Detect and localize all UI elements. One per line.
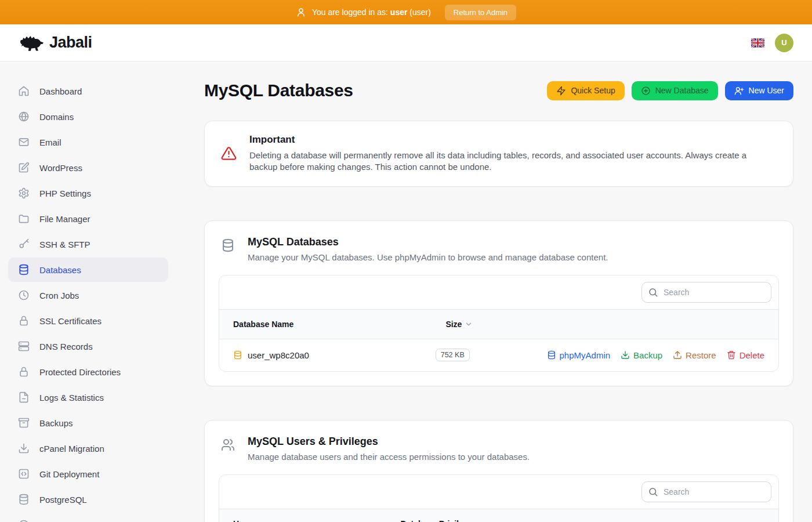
- brand-logo[interactable]: Jabali: [19, 34, 92, 52]
- users-section-subtitle: Manage database users and their access p…: [248, 452, 530, 462]
- sidebar-item-protected-directories[interactable]: Protected Directories: [8, 360, 168, 384]
- sidebar-item-php-settings[interactable]: PHP Settings: [8, 181, 168, 205]
- mail-icon: [18, 136, 30, 148]
- main-content: MySQL Databases Quick Setup New Database…: [176, 61, 812, 522]
- avatar[interactable]: U: [775, 34, 793, 52]
- table-row: user_wp8c20a0752 KBphpMyAdminBackupResto…: [219, 339, 778, 371]
- databases-table-body: user_wp8c20a0752 KBphpMyAdminBackupResto…: [219, 339, 778, 371]
- sidebar-item-wordpress[interactable]: WordPress: [8, 155, 168, 180]
- database-size-cell: 752 KB: [436, 349, 547, 361]
- trash-icon: [727, 350, 736, 360]
- sidebar-item-label: cPanel Migration: [39, 444, 104, 454]
- sidebar-item-file-manager[interactable]: File Manager: [8, 206, 168, 231]
- search-icon: [648, 287, 658, 298]
- users-section-title: MySQL Users & Privileges: [248, 436, 530, 448]
- sidebar-item-git-deployment[interactable]: Git Deployment: [8, 462, 168, 486]
- database-icon: [221, 238, 235, 252]
- databases-section-title: MySQL Databases: [248, 236, 608, 248]
- sidebar-item-dns-records[interactable]: DNS Records: [8, 334, 168, 358]
- sidebar-item-domains[interactable]: Domains: [8, 104, 168, 129]
- size-badge: 752 KB: [436, 349, 470, 361]
- lock-icon: [18, 366, 30, 378]
- user-icon: [296, 7, 306, 17]
- sidebar-item-label: Git Deployment: [39, 469, 99, 479]
- code-icon: [18, 468, 30, 480]
- phpmyadmin-action[interactable]: phpMyAdmin: [547, 350, 611, 360]
- sidebar-item-cpanel-migration[interactable]: cPanel Migration: [8, 436, 168, 461]
- sidebar-item-email[interactable]: Email: [8, 130, 168, 154]
- clock-icon: [18, 289, 30, 301]
- sidebar-item-dashboard[interactable]: Dashboard: [8, 79, 168, 103]
- warning-card: Important Deleting a database will perma…: [204, 121, 793, 187]
- sidebar-item-label: File Manager: [39, 214, 90, 224]
- sidebar-item-label: PostgreSQL: [39, 495, 87, 505]
- home-icon: [18, 85, 30, 97]
- sidebar-item-label: Dashboard: [39, 86, 82, 96]
- logged-in-username: user: [390, 8, 408, 17]
- folder-icon: [18, 213, 30, 224]
- search-icon: [648, 487, 658, 497]
- lock-icon: [18, 315, 30, 327]
- database-icon: [233, 350, 242, 360]
- sidebar-item-ssl-certificates[interactable]: SSL Certificates: [8, 309, 168, 333]
- sidebar-item-label: Domains: [39, 112, 74, 122]
- databases-section-subtitle: Manage your MySQL databases. Use phpMyAd…: [248, 252, 608, 262]
- database-icon: [18, 494, 30, 505]
- delete-action[interactable]: Delete: [727, 350, 764, 360]
- sidebar-item-label: Protected Directories: [39, 367, 121, 377]
- sidebar-item-label: Databases: [39, 265, 81, 275]
- boar-logo-icon: [19, 34, 44, 52]
- sidebar-item-label: SSL Certificates: [39, 316, 102, 326]
- column-database-privileges: Database Privileges: [401, 519, 477, 522]
- databases-search-input[interactable]: [641, 282, 771, 303]
- users-search-input[interactable]: [641, 481, 771, 502]
- restore-action[interactable]: Restore: [673, 350, 716, 360]
- column-size-sort[interactable]: Size: [445, 320, 473, 329]
- return-to-admin-button[interactable]: Return to Admin: [445, 5, 516, 20]
- globe-icon: [18, 111, 30, 122]
- users-card: MySQL Users & Privileges Manage database…: [204, 420, 793, 522]
- alert-triangle-icon: [221, 146, 237, 161]
- backup-action[interactable]: Backup: [621, 350, 662, 360]
- user-plus-icon: [734, 86, 744, 96]
- sidebar-item-backups[interactable]: Backups: [8, 411, 168, 435]
- file-text-icon: [18, 392, 30, 403]
- databases-card: MySQL Databases Manage your MySQL databa…: [204, 220, 793, 386]
- database-icon: [18, 264, 30, 276]
- users-search: [641, 481, 771, 502]
- sidebar-item-cron-jobs[interactable]: Cron Jobs: [8, 283, 168, 307]
- sidebar-item-postgresql[interactable]: PostgreSQL: [8, 487, 168, 512]
- users-table-container: User Database Privileges: [219, 474, 779, 522]
- sidebar-item-label: Email: [39, 137, 61, 147]
- key-icon: [18, 238, 30, 250]
- quick-setup-button[interactable]: Quick Setup: [547, 81, 624, 100]
- sidebar-item-logs-statistics[interactable]: Logs & Statistics: [8, 385, 168, 409]
- sidebar-nav: DashboardDomainsEmailWordPressPHP Settin…: [0, 61, 176, 522]
- sidebar-item-label: PHP Settings: [39, 188, 91, 198]
- databases-search: [641, 282, 771, 303]
- sidebar-item-label: WordPress: [39, 163, 82, 173]
- impersonation-bar: You are logged in as: user (user) Return…: [0, 0, 812, 24]
- users-table-header: User Database Privileges: [219, 509, 778, 522]
- new-user-button[interactable]: New User: [725, 81, 793, 100]
- logged-in-prefix: You are logged in as:: [312, 8, 388, 17]
- logged-in-message: You are logged in as: user (user): [296, 7, 431, 17]
- gear-icon: [18, 187, 30, 199]
- new-database-button[interactable]: New Database: [632, 81, 718, 100]
- sidebar-item-partial[interactable]: [8, 513, 168, 522]
- brand-name: Jabali: [49, 34, 92, 52]
- server-icon: [18, 340, 30, 352]
- archive-icon: [18, 417, 30, 429]
- download-icon: [18, 443, 30, 454]
- sidebar-item-databases[interactable]: Databases: [8, 258, 168, 282]
- language-flag-icon[interactable]: [751, 38, 764, 48]
- column-user: User: [233, 519, 401, 522]
- users-icon: [221, 438, 235, 452]
- column-database-name: Database Name: [233, 320, 445, 329]
- sidebar-item-ssh-sftp[interactable]: SSH & SFTP: [8, 232, 168, 256]
- circle-icon: [18, 519, 30, 522]
- warning-title: Important: [249, 134, 777, 146]
- download-icon: [621, 350, 630, 360]
- databases-table-header: Database Name Size: [219, 309, 778, 339]
- page-title: MySQL Databases: [204, 81, 353, 100]
